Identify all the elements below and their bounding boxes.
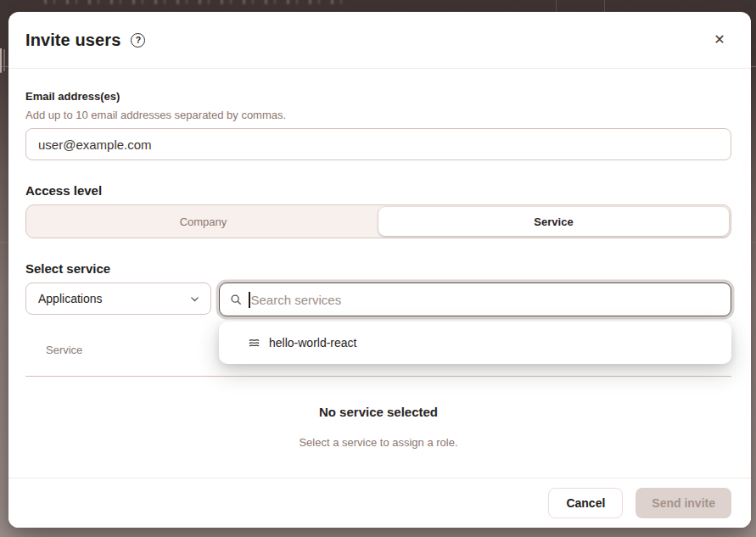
dialog-header: Invite users ? ✕ [8, 12, 751, 69]
help-icon[interactable]: ? [131, 33, 145, 48]
service-filter-row: Applications Search services [25, 282, 731, 316]
select-service-label: Select service [25, 261, 731, 276]
search-results-dropdown: hello-world-react [219, 322, 731, 364]
service-search-wrap: Search services hello-world-react [219, 282, 731, 316]
background-page-heading-fragment [3, 49, 5, 71]
access-level-segmented-control: Company Service [25, 204, 731, 238]
background-topbar-separator [604, 0, 605, 12]
close-icon[interactable]: ✕ [708, 29, 731, 51]
invite-users-dialog: Invite users ? ✕ Email address(es) Add u… [8, 12, 751, 528]
text-cursor [249, 292, 250, 308]
cancel-button[interactable]: Cancel [548, 488, 623, 518]
dialog-footer: Cancel Send invite [8, 478, 751, 528]
empty-state-subtitle: Select a service to assign a role. [25, 436, 731, 449]
service-result-item[interactable]: hello-world-react [232, 336, 718, 350]
background-page-heading-fragment [0, 48, 2, 73]
service-type-select-value: Applications [38, 292, 103, 305]
email-field[interactable] [25, 128, 731, 160]
background-topbar-separator [556, 0, 557, 12]
dialog-title: Invite users [25, 31, 120, 50]
access-level-option-service[interactable]: Service [378, 207, 729, 236]
service-type-select[interactable]: Applications [25, 282, 211, 315]
access-level-label: Access level [25, 183, 731, 198]
chevron-down-icon [189, 294, 200, 305]
access-level-option-company[interactable]: Company [28, 207, 378, 236]
dialog-body: Email address(es) Add up to 10 email add… [8, 69, 751, 449]
email-label: Email address(es) [25, 90, 731, 103]
empty-state-title: No service selected [25, 405, 731, 419]
send-invite-button[interactable]: Send invite [636, 488, 731, 518]
search-input[interactable]: Search services [219, 282, 731, 316]
service-result-name: hello-world-react [269, 336, 356, 350]
service-stack-icon [248, 337, 260, 350]
search-icon [230, 294, 242, 305]
background-topbar-text-fragment [44, 0, 350, 4]
empty-state: No service selected Select a service to … [25, 405, 731, 449]
email-hint: Add up to 10 email addresses separated b… [25, 109, 731, 121]
search-placeholder: Search services [251, 293, 342, 307]
table-divider [25, 376, 731, 377]
